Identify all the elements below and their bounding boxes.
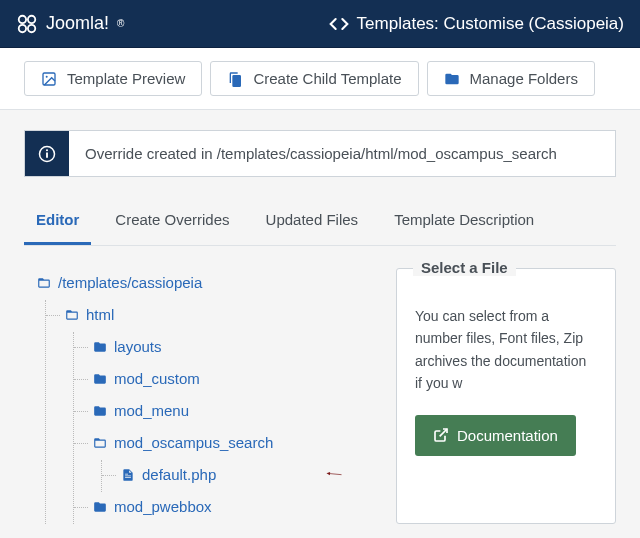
joomla-logo-icon xyxy=(16,13,38,35)
folder-icon xyxy=(92,372,108,386)
folder-open-icon xyxy=(64,308,80,322)
tree-label: /templates/cassiopeia xyxy=(58,268,202,298)
brand: Joomla!® xyxy=(16,13,124,35)
app-header: Joomla!® Templates: Customise (Cassiopei… xyxy=(0,0,640,48)
folder-icon xyxy=(92,500,108,514)
tree-mod-oscampus-search[interactable]: mod_oscampus_search xyxy=(92,428,273,458)
panel-text: You can select from a number files, Font… xyxy=(415,305,597,395)
template-preview-button[interactable]: Template Preview xyxy=(24,61,202,96)
tree-label: default.php xyxy=(142,460,216,490)
folder-icon xyxy=(444,71,460,87)
toolbar: Template Preview Create Child Template M… xyxy=(0,48,640,110)
panel-legend: Select a File xyxy=(413,259,516,276)
folder-open-icon xyxy=(92,436,108,450)
folder-open-icon xyxy=(36,276,52,290)
brand-name: Joomla! xyxy=(46,13,109,34)
alert-message: Override created in /templates/cassiopei… xyxy=(69,131,573,176)
image-icon xyxy=(41,71,57,87)
button-label: Documentation xyxy=(457,427,558,444)
file-icon xyxy=(120,468,136,482)
file-info-panel: Select a File You can select from a numb… xyxy=(396,268,616,524)
tree-mod-pwebbox[interactable]: mod_pwebbox xyxy=(92,492,212,522)
tree-label: mod_custom xyxy=(114,364,200,394)
main-content: Override created in /templates/cassiopei… xyxy=(0,110,640,538)
svg-point-0 xyxy=(19,15,26,22)
tree-label: mod_oscampus_search xyxy=(114,428,273,458)
svg-point-3 xyxy=(28,24,35,31)
tree-html[interactable]: html xyxy=(64,300,114,330)
svg-line-11 xyxy=(440,429,447,436)
create-child-template-button[interactable]: Create Child Template xyxy=(210,61,418,96)
external-link-icon xyxy=(433,427,449,443)
tab-create-overrides[interactable]: Create Overrides xyxy=(103,201,241,245)
code-icon xyxy=(329,14,349,34)
tab-template-description[interactable]: Template Description xyxy=(382,201,546,245)
file-tree: /templates/cassiopeia html layouts mod_c… xyxy=(36,268,372,524)
alert-icon-column xyxy=(25,131,69,176)
success-alert: Override created in /templates/cassiopei… xyxy=(24,130,616,177)
tab-editor[interactable]: Editor xyxy=(24,201,91,245)
svg-point-1 xyxy=(28,15,35,22)
svg-point-2 xyxy=(19,24,26,31)
tree-default-php[interactable]: default.php xyxy=(120,460,216,490)
page-title-wrap: Templates: Customise (Cassiopeia) xyxy=(329,14,624,34)
copy-icon xyxy=(227,71,243,87)
svg-line-9 xyxy=(329,474,341,475)
tab-updated-files[interactable]: Updated Files xyxy=(254,201,371,245)
button-label: Manage Folders xyxy=(470,70,578,87)
info-icon xyxy=(38,145,56,163)
button-label: Template Preview xyxy=(67,70,185,87)
svg-point-5 xyxy=(46,75,48,77)
tree-label: layouts xyxy=(114,332,162,362)
tree-root[interactable]: /templates/cassiopeia xyxy=(36,268,202,298)
page-title: Templates: Customise (Cassiopeia) xyxy=(357,14,624,34)
folder-icon xyxy=(92,340,108,354)
tree-label: mod_menu xyxy=(114,396,189,426)
tree-layouts[interactable]: layouts xyxy=(92,332,162,362)
brand-reg: ® xyxy=(117,18,124,29)
tree-mod-menu[interactable]: mod_menu xyxy=(92,396,189,426)
svg-marker-10 xyxy=(326,472,330,475)
editor-content: /templates/cassiopeia html layouts mod_c… xyxy=(24,268,616,524)
documentation-button[interactable]: Documentation xyxy=(415,415,576,456)
tabs: Editor Create Overrides Updated Files Te… xyxy=(24,201,616,246)
tree-mod-custom[interactable]: mod_custom xyxy=(92,364,200,394)
svg-point-8 xyxy=(46,149,48,151)
folder-icon xyxy=(92,404,108,418)
tree-label: mod_pwebbox xyxy=(114,492,212,522)
button-label: Create Child Template xyxy=(253,70,401,87)
manage-folders-button[interactable]: Manage Folders xyxy=(427,61,595,96)
annotation-arrow-icon xyxy=(326,467,342,481)
tree-label: html xyxy=(86,300,114,330)
